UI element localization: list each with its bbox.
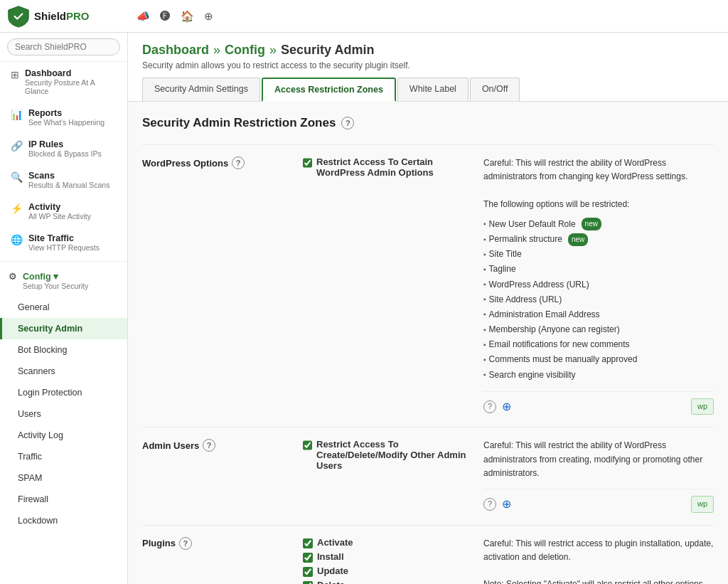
- tab-access-restriction-zones[interactable]: Access Restriction Zones: [262, 78, 396, 102]
- main-content: Dashboard » Config » Security Admin Secu…: [128, 33, 728, 584]
- sidebar-item-config[interactable]: ⚙ Config ▾ Setup Your Security: [0, 265, 127, 297]
- breadcrumb-config[interactable]: Config: [225, 43, 265, 58]
- facebook-icon[interactable]: 🅕: [160, 10, 171, 22]
- breadcrumb-sep1: »: [213, 43, 220, 58]
- sidebar-item-traffic[interactable]: Traffic: [0, 446, 127, 467]
- dashboard-icon: ⊞: [11, 69, 19, 80]
- top-nav-icons: 📣 🅕 🏠 ⊕: [136, 10, 213, 23]
- scans-sub: Results & Manual Scans: [28, 181, 109, 189]
- sidebar-item-scanners[interactable]: Scanners: [0, 361, 127, 382]
- logo: ShieldPRO: [7, 5, 128, 28]
- sidebar-item-general[interactable]: General: [0, 297, 127, 318]
- list-item: New User Default Role new: [483, 217, 714, 232]
- plus-icon[interactable]: ⊕: [204, 10, 213, 23]
- plugins-label: Plugins: [142, 538, 176, 548]
- admin-wp-badge: wp: [691, 496, 714, 513]
- plugins-update-label[interactable]: Update: [303, 566, 472, 577]
- sitetraffic-nav-text: Site Traffic View HTTP Requests: [28, 233, 100, 252]
- col-desc-admin-users: Careful: This will restrict the ability …: [483, 439, 714, 513]
- reports-icon: 📊: [11, 109, 23, 120]
- wordpress-options-help-icon[interactable]: ?: [232, 156, 245, 169]
- sidebar-item-lockdown[interactable]: Lockdown: [0, 510, 127, 531]
- list-item: Email notifications for new comments: [483, 337, 714, 352]
- nav-divider: [0, 261, 127, 262]
- sidebar-item-activity[interactable]: ⚡ Activity All WP Site Activity: [0, 196, 127, 227]
- sidebar-item-reports[interactable]: 📊 Reports See What's Happening: [0, 102, 127, 133]
- sidebar-item-bot-blocking[interactable]: Bot Blocking: [0, 339, 127, 361]
- activity-sub: All WP Site Activity: [28, 212, 91, 221]
- breadcrumb-dashboard[interactable]: Dashboard: [142, 43, 209, 58]
- activity-nav-text: Activity All WP Site Activity: [28, 202, 91, 221]
- plugins-install-label[interactable]: Install: [303, 551, 472, 563]
- sidebar-item-users[interactable]: Users: [0, 403, 127, 425]
- admin-users-checkbox-label[interactable]: Restrict Access To Create/Delete/Modify …: [303, 439, 472, 471]
- col-label-wordpress: WordPress Options ?: [142, 156, 291, 415]
- admin-users-desc: Careful: This will restrict the ability …: [483, 439, 714, 480]
- wordpress-restrict-checkbox[interactable]: [303, 158, 312, 168]
- tab-white-label[interactable]: White Label: [397, 78, 469, 101]
- col-control-admin-users: Restrict Access To Create/Delete/Modify …: [291, 439, 483, 513]
- new-badge: new: [568, 233, 588, 246]
- plugins-activate-checkbox[interactable]: [303, 538, 313, 548]
- section-help-icon[interactable]: ?: [341, 117, 354, 129]
- scans-title: Scans: [28, 171, 109, 181]
- list-item: Comments must be manually approved: [483, 352, 714, 367]
- admin-users-checkbox[interactable]: [303, 440, 312, 450]
- breadcrumb: Dashboard » Config » Security Admin: [142, 43, 714, 58]
- list-item: Search engine visibility: [483, 368, 714, 383]
- admin-users-help-icon[interactable]: ?: [203, 439, 215, 452]
- list-item: Membership (Anyone can register): [483, 322, 714, 337]
- wordpress-restrict-text: Restrict Access To Certain WordPress Adm…: [316, 156, 472, 178]
- reports-nav-text: Reports See What's Happening: [28, 108, 105, 127]
- sidebar-item-login-protection[interactable]: Login Protection: [0, 382, 127, 403]
- breadcrumb-sep2: »: [269, 43, 277, 58]
- footer-help-icon[interactable]: ?: [483, 400, 496, 413]
- settings-row-wordpress-options: WordPress Options ? Restrict Access To C…: [142, 144, 714, 427]
- search-input[interactable]: [7, 38, 120, 55]
- sidebar-item-scans[interactable]: 🔍 Scans Results & Manual Scans: [0, 164, 127, 196]
- admin-footer-help-icon[interactable]: ?: [483, 498, 496, 511]
- dashboard-nav-text: Dashboard Security Posture At A Glance: [25, 68, 119, 95]
- plugins-update-text: Update: [317, 566, 348, 576]
- wp-badge: wp: [691, 398, 714, 415]
- tab-security-admin-settings[interactable]: Security Admin Settings: [142, 78, 260, 101]
- sidebar-item-iprules[interactable]: 🔗 IP Rules Blocked & Bypass IPs: [0, 133, 127, 164]
- sidebar-item-activity-log[interactable]: Activity Log: [0, 425, 127, 446]
- admin-users-label: Admin Users: [142, 440, 199, 451]
- search-box: [0, 33, 127, 62]
- plugins-help-icon[interactable]: ?: [179, 537, 192, 550]
- config-title: Config ▾: [23, 271, 88, 282]
- breadcrumb-current: Security Admin: [281, 43, 374, 58]
- list-item: Permalink structure new: [483, 232, 714, 247]
- plugins-install-checkbox[interactable]: [303, 553, 313, 563]
- plugins-delete-label[interactable]: Delete: [303, 580, 472, 584]
- col-desc-plugins: Careful: This will restrict access to pl…: [483, 537, 714, 584]
- plugins-desc-note: Note: Selecting "Activate" will also res…: [483, 578, 714, 584]
- activity-title: Activity: [28, 202, 91, 212]
- plugins-delete-checkbox[interactable]: [303, 581, 313, 584]
- iprules-sub: Blocked & Bypass IPs: [28, 149, 102, 158]
- sitetraffic-title: Site Traffic: [28, 233, 100, 243]
- sidebar-item-spam[interactable]: SPAM: [0, 467, 127, 489]
- sidebar-item-sitetraffic[interactable]: 🌐 Site Traffic View HTTP Requests: [0, 227, 127, 258]
- scans-icon: 🔍: [11, 171, 23, 183]
- sidebar-item-dashboard[interactable]: ⊞ Dashboard Security Posture At A Glance: [0, 62, 127, 102]
- plugins-activate-label[interactable]: Activate: [303, 537, 472, 548]
- list-item: WordPress Address (URL): [483, 277, 714, 292]
- scans-nav-text: Scans Results & Manual Scans: [28, 171, 109, 189]
- notification-icon[interactable]: 📣: [136, 10, 150, 23]
- col-control-plugins: Activate Install Update Delete Restric: [291, 537, 483, 584]
- config-sub: Setup Your Security: [23, 282, 88, 290]
- admin-users-text: Restrict Access To Create/Delete/Modify …: [316, 439, 472, 471]
- wordpress-desc-subtitle: The following options will be restricted…: [483, 198, 714, 211]
- wordpress-restrict-checkbox-label[interactable]: Restrict Access To Certain WordPress Adm…: [303, 156, 472, 178]
- sidebar-item-firewall[interactable]: Firewall: [0, 489, 127, 510]
- col-label-plugins: Plugins ?: [142, 537, 291, 584]
- home-icon[interactable]: 🏠: [181, 10, 194, 23]
- wordpress-restriction-list: New User Default Role new Permalink stru…: [483, 214, 714, 386]
- sitetraffic-icon: 🌐: [11, 234, 23, 245]
- wordpress-icon: ⊕: [502, 398, 511, 416]
- plugins-update-checkbox[interactable]: [303, 567, 313, 577]
- sidebar-item-security-admin[interactable]: Security Admin: [0, 318, 127, 339]
- tab-on-off[interactable]: On/Off: [470, 78, 520, 101]
